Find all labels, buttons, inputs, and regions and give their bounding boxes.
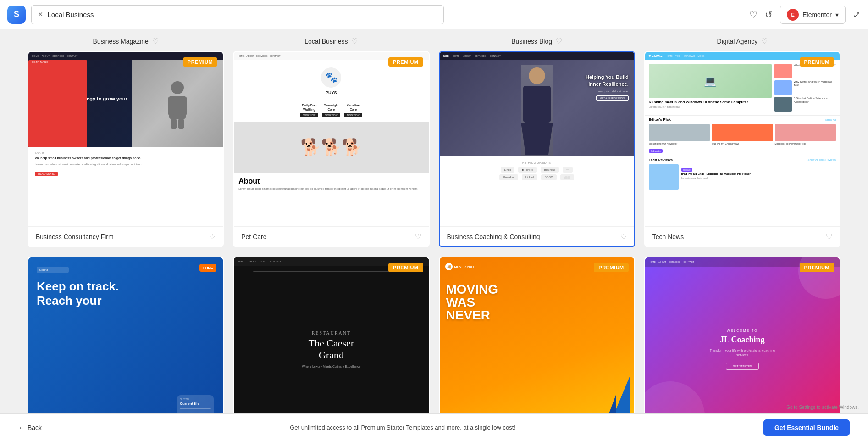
search-input[interactable]: [48, 11, 437, 18]
tn-side-title-2: Why Netflix shares on Windows 10%: [794, 80, 836, 95]
moving-headline: MOVINGWASNEVER: [446, 283, 628, 322]
refresh-button[interactable]: ↺: [765, 9, 773, 20]
card-title: Pet Care: [241, 233, 266, 240]
get-essential-bundle-button[interactable]: Get Essential Bundle: [763, 419, 850, 436]
svg-rect-4: [171, 119, 177, 129]
refresh-icon: ↺: [765, 9, 773, 20]
template-card-tech-news[interactable]: PREMIUM TechWire HOME TECH REVIEWS MORE …: [644, 51, 840, 247]
bcf-hero-left: Strong business strategy to grow your bu…: [28, 60, 135, 147]
card-heart-icon[interactable]: ♡: [415, 232, 421, 241]
label-business-blog[interactable]: Business Blog ♡: [439, 37, 635, 45]
card-image-wrap: PREMIUM TechWire HOME TECH REVIEWS MORE …: [645, 52, 840, 226]
back-button[interactable]: ← Back: [18, 424, 42, 431]
track-headline: Keep on track.Reach your: [37, 279, 215, 308]
windows-activate-text: Go to Settings to activate Windows.: [786, 405, 859, 410]
pc-service-vacation: VacationCare BOOK NOW: [344, 103, 362, 117]
card-title: Business Coaching & Consulting: [447, 233, 540, 240]
card-image-wrap: PREMIUM HOME ABOUT MENU CONTACT RESTAURA…: [234, 257, 428, 432]
grand-subtitle: RESTAURANT: [312, 330, 351, 335]
tn-editor-title-3: MacBook Pro Power User Tips: [775, 142, 836, 145]
card-footer: Tech News ♡: [645, 226, 840, 246]
card-image-wrap: PREMIUM HOME ABOUT SERVICES CONTACT Stro…: [28, 52, 223, 226]
pc-logo-circle: 🐾: [321, 67, 341, 88]
template-card-business-coaching-consulting[interactable]: USE HOME ABOUT SERVICES CONTACT: [439, 51, 635, 247]
expand-icon: ⤢: [853, 10, 861, 20]
main-content: Business Magazine ♡ Local Business ♡ Bus…: [0, 29, 868, 441]
card-footer: Business Consultancy Firm ♡: [28, 226, 223, 246]
tn-editors-grid: Subscribe to Our Newsletter Subscribe iP…: [649, 124, 836, 154]
elementor-label: Elementor: [802, 11, 832, 18]
tn-side-img-3: [774, 97, 792, 112]
pc-services-row: Daily DogWalking BOOK NOW OvernightCare …: [234, 103, 428, 117]
premium-badge: PREMIUM: [800, 263, 834, 272]
expand-button[interactable]: ⤢: [853, 9, 861, 20]
label-text: Business Blog: [511, 38, 552, 45]
svg-point-6: [529, 67, 545, 84]
bcc-logos-row2: Guardian Linked BOGO ⬜⬜: [445, 174, 629, 180]
premium-badge: PREMIUM: [183, 57, 217, 67]
tn-editors-more: Show All: [825, 118, 836, 121]
tn-side-article-3: 6 Bits that Define Science and Accessibi…: [774, 97, 836, 112]
heart-icon: ♡: [749, 9, 757, 20]
bcc-hero-text-area: Helping You BuildInner Resilience. Lorem…: [586, 74, 629, 101]
label-business-magazine[interactable]: Business Magazine ♡: [28, 37, 224, 45]
bcc-hero: Helping You BuildInner Resilience. Lorem…: [440, 60, 634, 156]
card-heart-icon[interactable]: ♡: [826, 232, 832, 241]
tn-editor-img-3: [775, 124, 836, 141]
tn-editors-header: Editor's Pick Show All: [649, 117, 836, 122]
label-heart-icon[interactable]: ♡: [761, 37, 768, 45]
label-text: Digital Agency: [717, 38, 758, 45]
bcc-logo-1: Lindo: [501, 167, 515, 173]
template-card-pet-care[interactable]: PREMIUM HOME ABOUT SERVICES CONTACT 🐾 PU…: [233, 51, 429, 247]
label-heart-icon[interactable]: ♡: [556, 37, 562, 45]
label-text: Business Magazine: [93, 38, 148, 45]
pc-service-overnight: OvernightCare BOOK NOW: [322, 103, 340, 117]
label-heart-icon[interactable]: ♡: [351, 37, 358, 45]
card-title: Business Consultancy Firm: [36, 233, 114, 240]
tn-editors-section: Editor's Pick Show All Subscribe to Our …: [645, 115, 840, 156]
elementor-icon: E: [787, 9, 799, 21]
header: S × ♡ ↺ E Elementor ▾ ⤢: [0, 0, 868, 29]
template-card-business-consultancy-firm[interactable]: PREMIUM HOME ABOUT SERVICES CONTACT Stro…: [28, 51, 224, 247]
grand-line: [254, 271, 409, 272]
tn-tech-more: Show All Tech Reviews: [807, 158, 836, 161]
tn-tech-header: Tech Reviews Show All Tech Reviews: [649, 158, 836, 162]
clear-search-button[interactable]: ×: [38, 10, 43, 19]
bcc-logo-7: BOGO: [541, 174, 557, 180]
tn-editor-card-1: Subscribe to Our Newsletter Subscribe: [649, 124, 710, 154]
premium-badge: PREMIUM: [388, 263, 423, 272]
label-heart-icon[interactable]: ♡: [152, 37, 159, 45]
bcc-logo-6: Linked: [522, 174, 537, 180]
tn-editor-card-2: iPad Pro M4-Chip Reviews: [712, 124, 773, 154]
person-silhouette: [164, 78, 191, 129]
tn-tech-meta: Lorem ipsum • 3 min read: [681, 177, 751, 179]
tn-editor-title-2: iPad Pro M4-Chip Reviews: [712, 142, 773, 145]
tn-main-img: 💻: [649, 64, 772, 98]
pc-dogs-section: 🐕🐕🐕: [234, 122, 428, 173]
tn-update-badge: Update: [681, 168, 692, 172]
card-heart-icon[interactable]: ♡: [209, 232, 216, 241]
grand-tagline: Where Luxury Meets Culinary Excellence: [302, 365, 360, 368]
tn-subscribe-badge: Subscribe: [649, 149, 663, 153]
favorites-button[interactable]: ♡: [749, 9, 757, 20]
bcc-featured-section: AS FEATURED IN Lindo ■Forbes Business ••…: [440, 156, 634, 185]
svg-rect-7: [523, 86, 551, 123]
tn-tech-article: Update iPad Pro M1 Chip - Bringing The M…: [649, 164, 836, 190]
pc-about-text: Lorem ipsum dolor sit amet consectetur a…: [238, 187, 424, 191]
tn-side-title-3: 6 Bits that Define Science and Accessibi…: [794, 97, 836, 112]
card-heart-icon[interactable]: ♡: [620, 232, 627, 241]
tn-tech-img: [649, 164, 679, 190]
bcc-nav: USE HOME ABOUT SERVICES CONTACT: [440, 52, 634, 60]
purple-title: JL Coaching: [720, 335, 765, 345]
bottom-promo-text: Get unlimited access to all Premium Star…: [51, 424, 754, 431]
label-digital-agency[interactable]: Digital Agency ♡: [644, 37, 840, 45]
pc-about-section: About Lorem ipsum dolor sit amet consect…: [234, 173, 428, 195]
bcc-logo-4: •••: [563, 167, 573, 173]
bcc-logo-3: Business: [541, 167, 559, 173]
elementor-dropdown-button[interactable]: E Elementor ▾: [780, 6, 846, 24]
label-local-business[interactable]: Local Business ♡: [233, 37, 429, 45]
tn-tech-article-title: iPad Pro M1 Chip - Bringing The MacBook …: [681, 173, 751, 176]
app-logo: S: [7, 6, 26, 24]
bcc-logos-row1: Lindo ■Forbes Business •••: [445, 167, 629, 173]
tn-editors-title: Editor's Pick: [649, 117, 671, 122]
